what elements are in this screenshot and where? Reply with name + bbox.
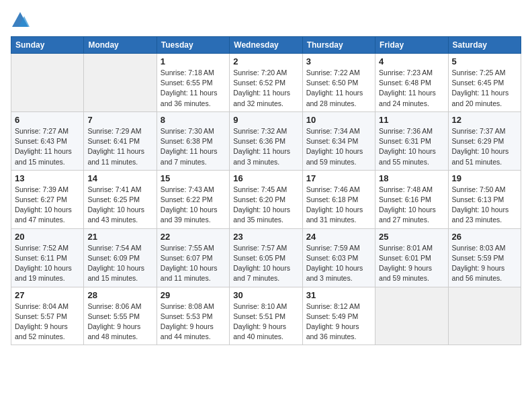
day-info: Sunrise: 7:48 AMSunset: 6:16 PMDaylight:… [379, 185, 444, 226]
calendar-day-cell: 17Sunrise: 7:46 AMSunset: 6:18 PMDayligh… [302, 170, 375, 228]
day-info: Sunrise: 8:10 AMSunset: 5:51 PMDaylight:… [233, 302, 298, 342]
day-info: Sunrise: 8:06 AMSunset: 5:55 PMDaylight:… [87, 302, 152, 342]
calendar-day-cell: 31Sunrise: 8:12 AMSunset: 5:49 PMDayligh… [302, 287, 375, 345]
day-number: 30 [233, 290, 298, 300]
day-number: 29 [161, 290, 226, 300]
calendar-day-cell: 15Sunrise: 7:43 AMSunset: 6:22 PMDayligh… [157, 170, 229, 228]
day-info: Sunrise: 7:30 AMSunset: 6:38 PMDaylight:… [161, 126, 226, 167]
day-info: Sunrise: 7:32 AMSunset: 6:36 PMDaylight:… [233, 126, 298, 167]
calendar-day-cell: 27Sunrise: 8:04 AMSunset: 5:57 PMDayligh… [11, 287, 84, 345]
day-info: Sunrise: 7:36 AMSunset: 6:31 PMDaylight:… [379, 126, 444, 167]
day-number: 31 [306, 290, 371, 300]
day-number: 3 [306, 56, 371, 66]
day-info: Sunrise: 7:20 AMSunset: 6:52 PMDaylight:… [233, 68, 298, 109]
day-info: Sunrise: 7:59 AMSunset: 6:03 PMDaylight:… [306, 243, 371, 284]
calendar-day-cell: 24Sunrise: 7:59 AMSunset: 6:03 PMDayligh… [302, 228, 375, 287]
weekday-header-sunday: Sunday [11, 37, 84, 54]
day-number: 11 [379, 115, 444, 125]
calendar-table: SundayMondayTuesdayWednesdayThursdayFrid… [11, 36, 521, 345]
calendar-day-cell: 4Sunrise: 7:23 AMSunset: 6:48 PMDaylight… [375, 54, 448, 112]
day-info: Sunrise: 7:22 AMSunset: 6:50 PMDaylight:… [306, 68, 371, 109]
calendar-week-row: 1Sunrise: 7:18 AMSunset: 6:55 PMDaylight… [11, 54, 521, 112]
calendar-day-cell: 6Sunrise: 7:27 AMSunset: 6:43 PMDaylight… [11, 111, 84, 170]
day-info: Sunrise: 7:57 AMSunset: 6:05 PMDaylight:… [233, 243, 298, 284]
calendar-day-cell [84, 54, 157, 112]
calendar-header-row: SundayMondayTuesdayWednesdayThursdayFrid… [11, 37, 521, 54]
day-info: Sunrise: 7:29 AMSunset: 6:41 PMDaylight:… [87, 126, 152, 167]
calendar-day-cell: 22Sunrise: 7:55 AMSunset: 6:07 PMDayligh… [157, 228, 229, 287]
day-info: Sunrise: 7:37 AMSunset: 6:29 PMDaylight:… [452, 126, 517, 167]
calendar-day-cell: 1Sunrise: 7:18 AMSunset: 6:55 PMDaylight… [157, 54, 229, 112]
day-info: Sunrise: 8:04 AMSunset: 5:57 PMDaylight:… [15, 302, 80, 342]
calendar-day-cell: 26Sunrise: 8:03 AMSunset: 5:59 PMDayligh… [448, 228, 521, 287]
calendar-week-row: 20Sunrise: 7:52 AMSunset: 6:11 PMDayligh… [11, 228, 521, 287]
day-number: 9 [233, 115, 298, 125]
weekday-header-saturday: Saturday [448, 37, 521, 54]
calendar-day-cell: 18Sunrise: 7:48 AMSunset: 6:16 PMDayligh… [375, 170, 448, 228]
calendar-day-cell: 20Sunrise: 7:52 AMSunset: 6:11 PMDayligh… [11, 228, 84, 287]
day-info: Sunrise: 7:52 AMSunset: 6:11 PMDaylight:… [15, 243, 80, 284]
calendar-day-cell: 9Sunrise: 7:32 AMSunset: 6:36 PMDaylight… [230, 111, 302, 170]
calendar-day-cell: 12Sunrise: 7:37 AMSunset: 6:29 PMDayligh… [448, 111, 521, 170]
day-number: 18 [379, 173, 444, 183]
day-info: Sunrise: 7:46 AMSunset: 6:18 PMDaylight:… [306, 185, 371, 226]
day-info: Sunrise: 7:34 AMSunset: 6:34 PMDaylight:… [306, 126, 371, 167]
day-info: Sunrise: 7:27 AMSunset: 6:43 PMDaylight:… [15, 126, 80, 167]
calendar-day-cell: 5Sunrise: 7:25 AMSunset: 6:45 PMDaylight… [448, 54, 521, 112]
calendar-day-cell: 3Sunrise: 7:22 AMSunset: 6:50 PMDaylight… [302, 54, 375, 112]
day-number: 7 [87, 115, 152, 125]
day-number: 6 [15, 115, 80, 125]
day-info: Sunrise: 7:54 AMSunset: 6:09 PMDaylight:… [87, 243, 152, 284]
day-info: Sunrise: 8:03 AMSunset: 5:59 PMDaylight:… [452, 243, 517, 284]
day-number: 17 [306, 173, 371, 183]
calendar-day-cell: 10Sunrise: 7:34 AMSunset: 6:34 PMDayligh… [302, 111, 375, 170]
day-number: 24 [306, 232, 371, 242]
calendar-day-cell [11, 54, 84, 112]
day-number: 2 [233, 56, 298, 66]
day-number: 20 [15, 232, 80, 242]
day-number: 12 [452, 115, 517, 125]
calendar-day-cell: 16Sunrise: 7:45 AMSunset: 6:20 PMDayligh… [230, 170, 302, 228]
day-number: 15 [161, 173, 226, 183]
calendar-day-cell: 21Sunrise: 7:54 AMSunset: 6:09 PMDayligh… [84, 228, 157, 287]
calendar-day-cell: 8Sunrise: 7:30 AMSunset: 6:38 PMDaylight… [157, 111, 229, 170]
day-number: 13 [15, 173, 80, 183]
calendar-week-row: 6Sunrise: 7:27 AMSunset: 6:43 PMDaylight… [11, 111, 521, 170]
calendar-day-cell: 11Sunrise: 7:36 AMSunset: 6:31 PMDayligh… [375, 111, 448, 170]
day-number: 27 [15, 290, 80, 300]
day-info: Sunrise: 7:25 AMSunset: 6:45 PMDaylight:… [452, 68, 517, 109]
weekday-header-friday: Friday [375, 37, 448, 54]
day-info: Sunrise: 8:01 AMSunset: 6:01 PMDaylight:… [379, 243, 444, 284]
day-number: 22 [161, 232, 226, 242]
day-number: 21 [87, 232, 152, 242]
day-number: 8 [161, 115, 226, 125]
day-info: Sunrise: 7:55 AMSunset: 6:07 PMDaylight:… [161, 243, 226, 284]
weekday-header-thursday: Thursday [302, 37, 375, 54]
calendar-day-cell [448, 287, 521, 345]
page-header [11, 11, 521, 30]
calendar-week-row: 13Sunrise: 7:39 AMSunset: 6:27 PMDayligh… [11, 170, 521, 228]
day-number: 28 [87, 290, 152, 300]
calendar-day-cell: 7Sunrise: 7:29 AMSunset: 6:41 PMDaylight… [84, 111, 157, 170]
calendar-day-cell: 30Sunrise: 8:10 AMSunset: 5:51 PMDayligh… [230, 287, 302, 345]
day-info: Sunrise: 7:50 AMSunset: 6:13 PMDaylight:… [452, 185, 517, 226]
calendar-day-cell: 2Sunrise: 7:20 AMSunset: 6:52 PMDaylight… [230, 54, 302, 112]
weekday-header-monday: Monday [84, 37, 157, 54]
logo-icon [11, 11, 30, 30]
day-info: Sunrise: 7:18 AMSunset: 6:55 PMDaylight:… [161, 68, 226, 109]
calendar-day-cell: 23Sunrise: 7:57 AMSunset: 6:05 PMDayligh… [230, 228, 302, 287]
calendar-day-cell: 14Sunrise: 7:41 AMSunset: 6:25 PMDayligh… [84, 170, 157, 228]
day-number: 26 [452, 232, 517, 242]
calendar-week-row: 27Sunrise: 8:04 AMSunset: 5:57 PMDayligh… [11, 287, 521, 345]
day-number: 4 [379, 56, 444, 66]
day-info: Sunrise: 7:45 AMSunset: 6:20 PMDaylight:… [233, 185, 298, 226]
day-info: Sunrise: 8:08 AMSunset: 5:53 PMDaylight:… [161, 302, 226, 342]
weekday-header-wednesday: Wednesday [230, 37, 302, 54]
day-number: 14 [87, 173, 152, 183]
weekday-header-tuesday: Tuesday [157, 37, 229, 54]
day-info: Sunrise: 7:39 AMSunset: 6:27 PMDaylight:… [15, 185, 80, 226]
calendar-day-cell: 29Sunrise: 8:08 AMSunset: 5:53 PMDayligh… [157, 287, 229, 345]
day-info: Sunrise: 8:12 AMSunset: 5:49 PMDaylight:… [306, 302, 371, 342]
calendar-day-cell: 25Sunrise: 8:01 AMSunset: 6:01 PMDayligh… [375, 228, 448, 287]
calendar-day-cell: 19Sunrise: 7:50 AMSunset: 6:13 PMDayligh… [448, 170, 521, 228]
